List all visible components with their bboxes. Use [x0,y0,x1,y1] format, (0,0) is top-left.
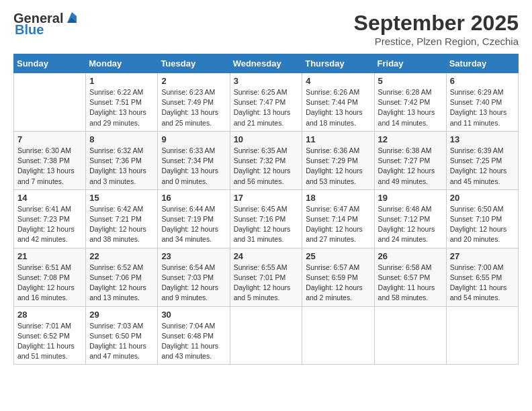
day-info: Sunrise: 6:30 AM Sunset: 7:38 PM Dayligh… [17,146,82,187]
calendar-cell: 17Sunrise: 6:45 AM Sunset: 7:16 PM Dayli… [230,189,302,248]
day-info: Sunrise: 6:29 AM Sunset: 7:40 PM Dayligh… [450,87,515,128]
page-header: General Blue September 2025 Prestice, Pl… [13,11,519,47]
day-number: 1 [89,76,154,86]
day-number: 7 [17,134,82,144]
calendar-cell: 29Sunrise: 7:03 AM Sunset: 6:50 PM Dayli… [86,306,158,365]
day-info: Sunrise: 6:32 AM Sunset: 7:36 PM Dayligh… [89,146,154,187]
day-info: Sunrise: 6:54 AM Sunset: 7:03 PM Dayligh… [161,263,226,304]
month-title: September 2025 [354,11,519,36]
day-info: Sunrise: 6:38 AM Sunset: 7:27 PM Dayligh… [378,146,443,187]
day-number: 8 [89,134,154,144]
day-number: 22 [89,251,154,261]
calendar-cell: 9Sunrise: 6:33 AM Sunset: 7:34 PM Daylig… [158,131,230,189]
day-info: Sunrise: 6:33 AM Sunset: 7:34 PM Dayligh… [161,146,226,187]
logo-blue-text: Blue [15,23,44,36]
calendar-cell: 3Sunrise: 6:25 AM Sunset: 7:47 PM Daylig… [230,73,302,132]
calendar-cell [446,306,518,365]
header-thursday: Thursday [302,54,374,73]
day-info: Sunrise: 6:22 AM Sunset: 7:51 PM Dayligh… [89,87,154,128]
day-number: 2 [161,76,226,86]
day-info: Sunrise: 6:52 AM Sunset: 7:06 PM Dayligh… [89,263,154,304]
calendar-cell: 22Sunrise: 6:52 AM Sunset: 7:06 PM Dayli… [86,248,158,306]
calendar-cell [302,306,374,365]
title-section: September 2025 Prestice, Plzen Region, C… [354,11,519,47]
day-number: 3 [234,76,299,86]
day-number: 21 [17,251,82,261]
calendar-cell: 5Sunrise: 6:28 AM Sunset: 7:42 PM Daylig… [374,73,446,132]
calendar-cell [374,306,446,365]
header-tuesday: Tuesday [158,54,230,73]
day-info: Sunrise: 6:47 AM Sunset: 7:14 PM Dayligh… [306,204,370,245]
calendar-cell: 18Sunrise: 6:47 AM Sunset: 7:14 PM Dayli… [302,189,374,248]
calendar-week-row: 1Sunrise: 6:22 AM Sunset: 7:51 PM Daylig… [14,73,519,132]
calendar-week-row: 14Sunrise: 6:41 AM Sunset: 7:23 PM Dayli… [14,189,519,248]
calendar-cell: 19Sunrise: 6:48 AM Sunset: 7:12 PM Dayli… [374,189,446,248]
calendar-cell [14,73,86,132]
day-number: 13 [450,134,515,144]
day-info: Sunrise: 6:51 AM Sunset: 7:08 PM Dayligh… [17,263,82,304]
calendar-cell: 30Sunrise: 7:04 AM Sunset: 6:48 PM Dayli… [158,306,230,365]
day-info: Sunrise: 6:57 AM Sunset: 6:59 PM Dayligh… [306,263,370,304]
calendar-cell: 8Sunrise: 6:32 AM Sunset: 7:36 PM Daylig… [86,131,158,189]
calendar-cell: 10Sunrise: 6:35 AM Sunset: 7:32 PM Dayli… [230,131,302,189]
day-number: 9 [161,134,226,144]
day-info: Sunrise: 6:45 AM Sunset: 7:16 PM Dayligh… [234,204,299,245]
day-info: Sunrise: 6:50 AM Sunset: 7:10 PM Dayligh… [450,204,515,245]
day-info: Sunrise: 6:39 AM Sunset: 7:25 PM Dayligh… [450,146,515,187]
day-number: 23 [161,251,226,261]
calendar-header-row: SundayMondayTuesdayWednesdayThursdayFrid… [14,54,519,73]
calendar-week-row: 28Sunrise: 7:01 AM Sunset: 6:52 PM Dayli… [14,306,519,365]
day-info: Sunrise: 7:04 AM Sunset: 6:48 PM Dayligh… [161,321,226,362]
header-monday: Monday [86,54,158,73]
calendar-cell: 6Sunrise: 6:29 AM Sunset: 7:40 PM Daylig… [446,73,518,132]
day-info: Sunrise: 6:44 AM Sunset: 7:19 PM Dayligh… [161,204,226,245]
day-info: Sunrise: 7:00 AM Sunset: 6:55 PM Dayligh… [450,263,515,304]
day-number: 16 [161,193,226,203]
day-number: 25 [306,251,370,261]
day-number: 6 [450,76,515,86]
day-info: Sunrise: 7:03 AM Sunset: 6:50 PM Dayligh… [89,321,154,362]
calendar-cell: 26Sunrise: 6:58 AM Sunset: 6:57 PM Dayli… [374,248,446,306]
calendar-cell: 23Sunrise: 6:54 AM Sunset: 7:03 PM Dayli… [158,248,230,306]
location-text: Prestice, Plzen Region, Czechia [354,36,519,47]
calendar-cell: 4Sunrise: 6:26 AM Sunset: 7:44 PM Daylig… [302,73,374,132]
day-number: 15 [89,193,154,203]
day-info: Sunrise: 6:36 AM Sunset: 7:29 PM Dayligh… [306,146,370,187]
calendar-cell: 14Sunrise: 6:41 AM Sunset: 7:23 PM Dayli… [14,189,86,248]
day-number: 19 [378,193,443,203]
day-info: Sunrise: 6:58 AM Sunset: 6:57 PM Dayligh… [378,263,443,304]
day-number: 26 [378,251,443,261]
day-info: Sunrise: 6:25 AM Sunset: 7:47 PM Dayligh… [234,87,299,128]
header-wednesday: Wednesday [230,54,302,73]
calendar-cell: 27Sunrise: 7:00 AM Sunset: 6:55 PM Dayli… [446,248,518,306]
day-number: 20 [450,193,515,203]
calendar-cell: 2Sunrise: 6:23 AM Sunset: 7:49 PM Daylig… [158,73,230,132]
calendar-cell: 16Sunrise: 6:44 AM Sunset: 7:19 PM Dayli… [158,189,230,248]
calendar-cell: 24Sunrise: 6:55 AM Sunset: 7:01 PM Dayli… [230,248,302,306]
day-info: Sunrise: 6:28 AM Sunset: 7:42 PM Dayligh… [378,87,443,128]
day-info: Sunrise: 7:01 AM Sunset: 6:52 PM Dayligh… [17,321,82,362]
calendar-cell: 28Sunrise: 7:01 AM Sunset: 6:52 PM Dayli… [14,306,86,365]
day-number: 29 [89,310,154,320]
header-saturday: Saturday [446,54,518,73]
day-number: 30 [161,310,226,320]
logo: General Blue [13,11,79,36]
day-number: 11 [306,134,370,144]
calendar-cell [230,306,302,365]
day-info: Sunrise: 6:55 AM Sunset: 7:01 PM Dayligh… [234,263,299,304]
day-number: 10 [234,134,299,144]
day-number: 27 [450,251,515,261]
day-number: 12 [378,134,443,144]
calendar-cell: 25Sunrise: 6:57 AM Sunset: 6:59 PM Dayli… [302,248,374,306]
day-info: Sunrise: 6:41 AM Sunset: 7:23 PM Dayligh… [17,204,82,245]
day-info: Sunrise: 6:42 AM Sunset: 7:21 PM Dayligh… [89,204,154,245]
day-number: 14 [17,193,82,203]
day-number: 28 [17,310,82,320]
day-info: Sunrise: 6:23 AM Sunset: 7:49 PM Dayligh… [161,87,226,128]
calendar-cell: 13Sunrise: 6:39 AM Sunset: 7:25 PM Dayli… [446,131,518,189]
logo-icon [64,11,79,26]
day-info: Sunrise: 6:48 AM Sunset: 7:12 PM Dayligh… [378,204,443,245]
day-number: 17 [234,193,299,203]
day-info: Sunrise: 6:35 AM Sunset: 7:32 PM Dayligh… [234,146,299,187]
calendar-cell: 11Sunrise: 6:36 AM Sunset: 7:29 PM Dayli… [302,131,374,189]
